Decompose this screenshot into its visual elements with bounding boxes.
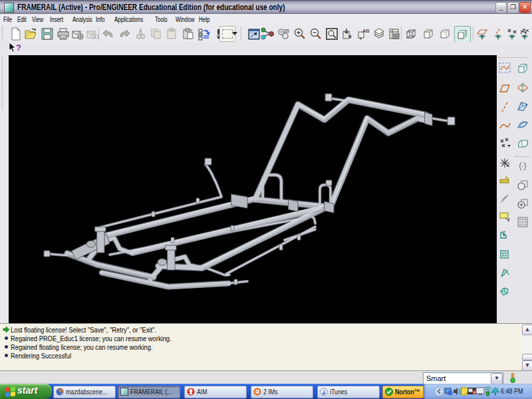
svg-text:?: ? [16, 43, 21, 53]
svg-text:35: 35 [284, 29, 289, 33]
svg-text:AB: AB [362, 28, 370, 34]
